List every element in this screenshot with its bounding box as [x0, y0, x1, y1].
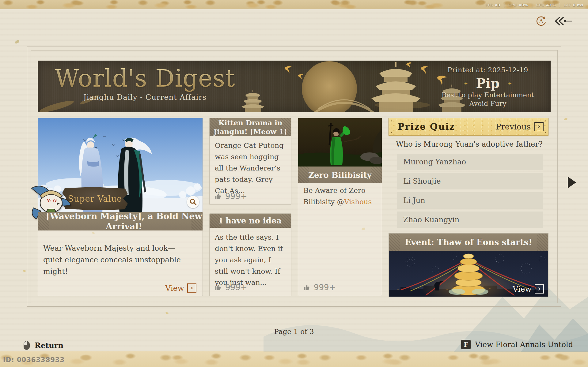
previous-question-button[interactable]: Previous [496, 122, 544, 131]
fps-value: 43 [495, 3, 500, 7]
ornament-left: ✦ [464, 81, 468, 87]
mouse-icon [23, 341, 30, 350]
quiz-question: Who is Murong Yuan's adoptive father? [389, 140, 548, 148]
gold-border-bottom [0, 351, 588, 367]
gpu-label: GPU [508, 3, 517, 7]
cpu-label: CPU [536, 3, 544, 7]
post-card-no-idea[interactable]: I have no idea As the title says, I don'… [209, 213, 291, 296]
super-value-label: Super Value [68, 194, 122, 204]
printed-date: Printed at: 2025-12-19 [423, 66, 551, 74]
quiz-option-3[interactable]: Li Jun [397, 192, 543, 209]
fps-label: FPS [486, 3, 493, 7]
separator: | [531, 3, 533, 7]
post-body: Be Aware of Zero Bilibisity @Vishous [298, 185, 382, 208]
lat-label: LAT [564, 3, 571, 7]
page-title: World's Digest [47, 64, 243, 92]
quiz-option-1[interactable]: Murong Yanzhao [397, 154, 543, 170]
post-title-bar: Zero Bilibisity [298, 167, 382, 183]
ornament-right: ✦ [507, 81, 512, 87]
thumbs-up-icon [214, 284, 222, 291]
like-count: 999+ [225, 283, 247, 292]
edition-name-row: ✦ Pip ✦ [423, 76, 551, 91]
masthead-edition-block: Printed at: 2025-12-19 ✦ Pip ✦ Best to p… [423, 66, 551, 108]
thumbs-up-icon [214, 193, 222, 200]
event-view-button[interactable]: View [513, 284, 544, 294]
gold-fleck [563, 118, 567, 121]
svg-text:A: A [539, 18, 543, 24]
like-counter: 999+ [214, 283, 247, 292]
hotkey-action-label: View Floral Annals Untold [475, 340, 573, 349]
return-button[interactable]: Return [23, 341, 63, 350]
like-counter: 999+ [303, 283, 336, 292]
return-label: Return [35, 341, 63, 350]
player-id: ID: 0036338933 [3, 356, 65, 364]
quiz-option-2[interactable]: Li Shoujie [397, 173, 543, 189]
post-card-kitten-drama[interactable]: Kitten Drama in Jianghu! [Meow 1] Orange… [209, 118, 291, 205]
worlds-digest-screen: FPS43 | GPU40% | CPU43% | LAT0 ms A [0, 0, 588, 367]
separator: | [559, 3, 560, 7]
gold-fleck [165, 311, 169, 315]
post-image [298, 118, 382, 167]
post-card-zero-bilibisity[interactable]: Zero Bilibisity Be Aware of Zero Bilibis… [298, 118, 382, 296]
post-title: Zero Bilibisity [308, 170, 372, 180]
quiz-options: Murong Yanzhao Li Shoujie Li Jun Zhao Ku… [389, 154, 548, 228]
featured-article-description: Wear Waveborn Majesty and look—quiet ele… [43, 242, 190, 277]
magnifier-icon [189, 198, 197, 206]
auto-circle-icon: A [535, 15, 547, 27]
post-title-bar: Kitten Drama in Jianghu! [Meow 1] [210, 118, 291, 136]
arrow-right-boxed-icon [187, 283, 196, 293]
like-counter: 999+ [214, 192, 247, 201]
post-title-bar: I have no idea [210, 214, 291, 228]
like-count: 999+ [314, 283, 336, 292]
post-title: I have no idea [219, 216, 282, 225]
like-count: 999+ [225, 192, 247, 201]
next-page-arrow[interactable] [568, 177, 576, 188]
featured-article-title: [Waveborn Majesty], a Bold New Arrival! [38, 212, 203, 230]
view-label: View [513, 285, 532, 294]
featured-article-card[interactable]: Super Value [Waveborn Majesty], a Bold N… [38, 118, 203, 296]
cpu-value: 43% [546, 3, 556, 7]
page-indicator: Page 1 of 3 [0, 328, 588, 335]
floral-annals-hotkey[interactable]: F View Floral Annals Untold [461, 340, 573, 349]
auto-play-button[interactable]: A [535, 15, 547, 28]
post-body: As the title says, I don't know. Even if… [210, 228, 291, 288]
magnifier-button[interactable] [187, 196, 199, 208]
double-chevron-left-icon [554, 16, 573, 26]
event-card[interactable]: Event: Thaw of Eons starts! [389, 233, 548, 297]
prize-quiz-panel: Prize Quiz Previous Who is Murong Yuan's… [389, 118, 548, 231]
lat-value: 0 ms [573, 3, 583, 7]
top-right-controls: A [535, 15, 573, 28]
post-title: Kitten Drama in Jianghu! [Meow 1] [210, 118, 291, 136]
masthead-banner: World's Digest Jianghu Daily - Current A… [38, 61, 551, 112]
post-body: Orange Cat Putong was seen hogging all t… [210, 136, 291, 197]
separator: | [503, 3, 505, 7]
featured-article-title-bar: [Waveborn Majesty], a Bold New Arrival! [38, 212, 203, 230]
advice-line-1: Best to play Entertainment [423, 91, 551, 99]
advice-line-2: Avoid Fury [423, 99, 551, 108]
mention-link[interactable]: Vishous [344, 198, 372, 206]
gpu-value: 40% [518, 3, 528, 7]
masthead-subtitle: Jianghu Daily - Current Affairs [47, 93, 243, 102]
prize-quiz-header: Prize Quiz Previous [389, 118, 548, 136]
arrow-right-boxed-icon [534, 122, 544, 131]
event-title-bar: Event: Thaw of Eons starts! [389, 234, 548, 251]
f-keycap: F [461, 340, 471, 349]
thumbs-up-icon [303, 284, 311, 291]
view-label: View [165, 284, 184, 293]
collapse-ui-button[interactable] [554, 16, 573, 28]
arrow-right-boxed-icon [535, 284, 544, 294]
masthead-title-block: World's Digest Jianghu Daily - Current A… [47, 64, 243, 102]
edition-name: Pip [476, 76, 500, 91]
event-title: Event: Thaw of Eons starts! [405, 238, 532, 247]
gold-fleck [14, 39, 20, 44]
featured-view-button[interactable]: View [165, 283, 196, 293]
previous-label: Previous [496, 122, 531, 131]
prize-quiz-title: Prize Quiz [398, 122, 455, 132]
quiz-option-4[interactable]: Zhao Kuangyin [397, 212, 543, 228]
gold-fleck [22, 269, 26, 272]
performance-stats: FPS43 | GPU40% | CPU43% | LAT0 ms [486, 3, 583, 7]
